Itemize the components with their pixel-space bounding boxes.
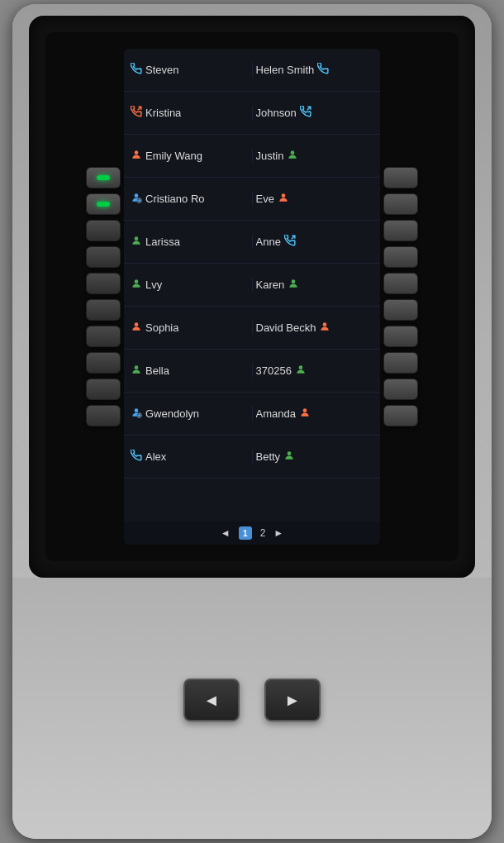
svg-point-11 bbox=[135, 279, 139, 283]
svg-point-3 bbox=[291, 150, 295, 155]
right-btn-10[interactable] bbox=[383, 405, 418, 426]
contact-right-icon-4 bbox=[278, 192, 289, 206]
contact-left-icon-9 bbox=[131, 407, 142, 421]
contact-left-4: Cristiano Ro bbox=[127, 192, 252, 206]
contact-right-5: Anne bbox=[252, 235, 378, 249]
contact-right-name-9: Amanda bbox=[256, 407, 296, 420]
screen-housing: StevenHelen SmithKristinaJohnsonEmily Wa… bbox=[29, 16, 475, 578]
device: StevenHelen SmithKristinaJohnsonEmily Wa… bbox=[12, 4, 492, 839]
right-buttons bbox=[380, 167, 418, 426]
table-row[interactable]: GwendolynAmanda bbox=[124, 393, 380, 436]
contact-left-icon-4 bbox=[131, 192, 142, 206]
svg-point-12 bbox=[292, 279, 296, 283]
next-page-arrow[interactable]: ► bbox=[273, 527, 283, 539]
contact-left-icon-6 bbox=[131, 278, 142, 292]
left-btn-2[interactable] bbox=[86, 193, 121, 215]
pagination: ◄ 1 2 ► bbox=[124, 522, 380, 545]
prev-nav-arrow: ◄ bbox=[203, 692, 220, 708]
contact-left-2: Kristina bbox=[127, 106, 252, 120]
current-page[interactable]: 1 bbox=[239, 526, 252, 540]
contact-left-name-5: Larissa bbox=[145, 236, 180, 248]
table-row[interactable]: AlexBetty bbox=[124, 436, 380, 479]
contact-right-icon-2 bbox=[300, 106, 311, 120]
contact-right-name-10: Betty bbox=[256, 450, 281, 463]
screen: StevenHelen SmithKristinaJohnsonEmily Wa… bbox=[45, 32, 459, 561]
table-row[interactable]: LvyKaren bbox=[124, 264, 380, 307]
contacts-table: StevenHelen SmithKristinaJohnsonEmily Wa… bbox=[124, 49, 380, 522]
left-btn-3[interactable] bbox=[86, 220, 121, 241]
svg-point-14 bbox=[323, 322, 327, 326]
svg-point-22 bbox=[288, 451, 292, 455]
contact-right-7: David Beckh bbox=[252, 321, 378, 335]
contact-right-6: Karen bbox=[252, 278, 378, 292]
table-row[interactable]: SophiaDavid Beckh bbox=[124, 307, 380, 350]
next-nav-button[interactable]: ► bbox=[264, 679, 321, 722]
right-btn-2[interactable] bbox=[383, 193, 418, 215]
table-row[interactable]: StevenHelen Smith bbox=[124, 49, 380, 92]
right-btn-7[interactable] bbox=[383, 326, 418, 347]
left-btn-9[interactable] bbox=[86, 379, 121, 400]
contact-left-7: Sophia bbox=[127, 321, 252, 335]
table-row[interactable]: Bella370256 bbox=[124, 350, 380, 393]
contact-right-name-8: 370256 bbox=[256, 364, 292, 377]
left-btn-1[interactable] bbox=[86, 167, 121, 188]
contact-right-icon-8 bbox=[295, 364, 307, 378]
contact-left-5: Larissa bbox=[127, 235, 252, 249]
contact-left-name-8: Bella bbox=[145, 364, 169, 377]
contact-right-name-3: Justin bbox=[256, 150, 284, 162]
right-btn-4[interactable] bbox=[383, 246, 418, 268]
contact-right-name-2: Johnson bbox=[256, 107, 297, 119]
contact-right-icon-7 bbox=[319, 321, 330, 335]
contact-right-3: Justin bbox=[252, 149, 378, 163]
right-btn-1[interactable] bbox=[383, 167, 418, 188]
right-btn-5[interactable] bbox=[383, 273, 418, 294]
svg-point-16 bbox=[299, 365, 303, 369]
svg-point-15 bbox=[135, 365, 139, 369]
contact-left-name-6: Lvy bbox=[145, 279, 162, 291]
contact-left-icon-10 bbox=[131, 450, 142, 464]
contact-right-name-6: Karen bbox=[256, 279, 285, 291]
table-row[interactable]: Cristiano RoEve bbox=[124, 178, 380, 221]
table-row[interactable]: KristinaJohnson bbox=[124, 92, 380, 135]
contact-right-1: Helen Smith bbox=[252, 63, 378, 77]
table-row[interactable]: Emily WangJustin bbox=[124, 135, 380, 178]
contact-right-10: Betty bbox=[252, 450, 378, 464]
contact-right-9: Amanda bbox=[252, 407, 378, 421]
contact-left-name-3: Emily Wang bbox=[145, 150, 202, 162]
svg-point-13 bbox=[135, 322, 139, 326]
left-btn-4[interactable] bbox=[86, 246, 121, 268]
contact-left-icon-5 bbox=[131, 235, 142, 249]
center-panel: StevenHelen SmithKristinaJohnsonEmily Wa… bbox=[124, 49, 380, 545]
svg-point-21 bbox=[303, 408, 307, 412]
left-btn-10[interactable] bbox=[86, 405, 121, 426]
left-btn-8[interactable] bbox=[86, 352, 121, 374]
contact-right-name-5: Anne bbox=[256, 236, 281, 248]
contact-right-name-7: David Beckh bbox=[256, 321, 316, 334]
contact-left-1: Steven bbox=[127, 63, 252, 77]
next-page-num[interactable]: 2 bbox=[260, 527, 266, 539]
contact-right-icon-6 bbox=[288, 278, 299, 292]
contact-left-icon-1 bbox=[131, 63, 142, 77]
contact-left-8: Bella bbox=[127, 364, 252, 378]
contact-left-icon-7 bbox=[131, 321, 142, 335]
contact-left-name-10: Alex bbox=[145, 450, 166, 463]
right-btn-6[interactable] bbox=[383, 299, 418, 321]
left-btn-5[interactable] bbox=[86, 273, 121, 294]
right-btn-3[interactable] bbox=[383, 220, 418, 241]
contact-left-name-4: Cristiano Ro bbox=[145, 193, 205, 205]
prev-nav-button[interactable]: ◄ bbox=[183, 679, 240, 722]
right-btn-8[interactable] bbox=[383, 352, 418, 374]
contact-right-icon-9 bbox=[299, 407, 311, 421]
table-row[interactable]: LarissaAnne bbox=[124, 221, 380, 264]
contact-right-name-1: Helen Smith bbox=[256, 64, 315, 76]
left-btn-7[interactable] bbox=[86, 326, 121, 347]
right-btn-9[interactable] bbox=[383, 379, 418, 400]
svg-point-4 bbox=[135, 193, 139, 198]
contact-right-2: Johnson bbox=[252, 106, 378, 120]
left-btn-6[interactable] bbox=[86, 299, 121, 321]
contact-right-4: Eve bbox=[252, 192, 378, 206]
svg-point-9 bbox=[135, 236, 139, 241]
contact-right-name-4: Eve bbox=[256, 193, 274, 205]
svg-point-2 bbox=[135, 150, 139, 155]
prev-page-arrow[interactable]: ◄ bbox=[221, 527, 231, 539]
